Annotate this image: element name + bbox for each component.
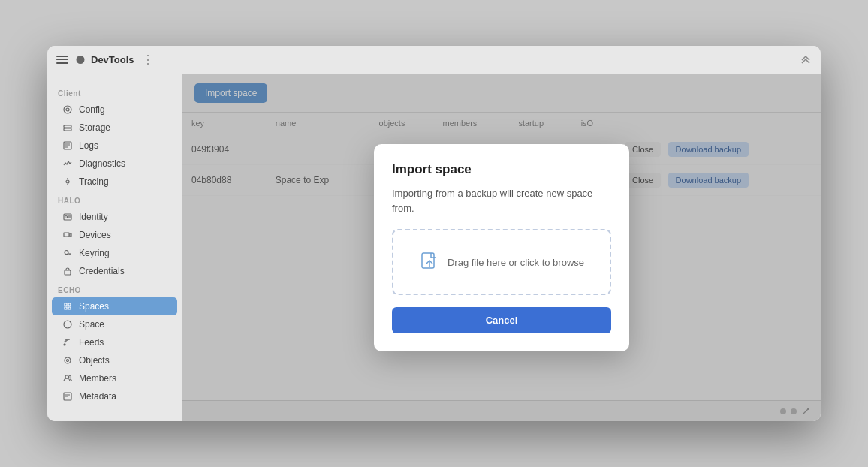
svg-point-26 (69, 376, 71, 378)
svg-rect-16 (70, 234, 71, 237)
svg-point-8 (66, 180, 69, 183)
app-name: DevTools (91, 54, 134, 65)
dropzone-text: Drag file here or click to browse (448, 257, 584, 268)
sidebar-section-halo: HALO Identity Devices (47, 191, 182, 280)
diagnostics-icon (62, 158, 73, 169)
modal-overlay: Import space Importing from a backup wil… (182, 74, 821, 421)
sidebar-item-label: Objects (79, 355, 110, 366)
sidebar-item-objects[interactable]: Objects (52, 351, 177, 369)
spaces-icon (62, 301, 73, 312)
credentials-icon (62, 266, 73, 276)
feeds-icon (62, 337, 73, 348)
gear-icon (74, 54, 86, 66)
svg-rect-30 (422, 253, 434, 268)
sidebar-item-logs[interactable]: Logs (52, 137, 177, 155)
storage-icon (62, 122, 73, 133)
sidebar-item-devices[interactable]: Devices (52, 226, 177, 244)
sidebar: Client Config Storage (47, 74, 182, 421)
more-icon[interactable]: ⋮ (142, 53, 154, 67)
svg-rect-2 (64, 125, 71, 128)
svg-point-24 (67, 360, 69, 362)
members-icon (62, 373, 73, 384)
metadata-icon (62, 391, 73, 402)
sidebar-item-label: Members (79, 373, 116, 384)
sidebar-item-tracing[interactable]: Tracing (52, 173, 177, 191)
svg-rect-15 (64, 233, 69, 237)
keyring-icon (62, 248, 73, 258)
tracing-icon (62, 176, 73, 187)
sidebar-item-members[interactable]: Members (52, 369, 177, 387)
identity-icon (62, 212, 73, 222)
sidebar-item-label: Diagnostics (79, 158, 125, 169)
sidebar-item-label: Metadata (79, 391, 116, 402)
sidebar-item-label: Space (79, 319, 104, 330)
svg-point-21 (64, 321, 71, 328)
sidebar-item-diagnostics[interactable]: Diagnostics (52, 155, 177, 173)
echo-section-label: ECHO (47, 280, 182, 297)
sidebar-item-metadata[interactable]: Metadata (52, 387, 177, 405)
import-space-modal: Import space Importing from a backup wil… (374, 144, 629, 351)
client-section-label: Client (47, 83, 182, 101)
sidebar-item-label: Feeds (79, 337, 104, 348)
sidebar-item-config[interactable]: Config (52, 101, 177, 119)
modal-title: Import space (392, 162, 611, 177)
sidebar-section-client: Client Config Storage (47, 83, 182, 191)
sidebar-item-keyring[interactable]: Keyring (52, 244, 177, 262)
halo-section-label: HALO (47, 191, 182, 208)
sidebar-item-spaces[interactable]: Spaces (52, 297, 177, 315)
sidebar-item-label: Spaces (79, 301, 109, 312)
config-icon (62, 104, 73, 115)
objects-icon (62, 355, 73, 366)
devices-icon (62, 230, 73, 240)
file-drop-zone[interactable]: Drag file here or click to browse (392, 229, 611, 295)
file-upload-icon (419, 252, 440, 273)
cancel-button[interactable]: Cancel (392, 307, 611, 333)
app-window: DevTools ⋮ Client Config (47, 46, 821, 421)
sidebar-item-label: Keyring (79, 248, 110, 258)
sidebar-item-label: Identity (79, 212, 108, 222)
svg-point-12 (65, 216, 68, 218)
collapse-icon[interactable] (800, 53, 812, 67)
sidebar-item-label: Credentials (79, 266, 125, 276)
sidebar-item-identity[interactable]: Identity (52, 208, 177, 226)
svg-point-23 (65, 357, 71, 363)
svg-point-17 (65, 251, 68, 255)
sidebar-item-label: Tracing (79, 176, 109, 187)
main-layout: Client Config Storage (47, 74, 821, 421)
app-logo: DevTools (74, 54, 134, 66)
svg-point-22 (64, 344, 65, 345)
svg-rect-3 (64, 128, 71, 131)
menu-icon[interactable] (56, 54, 68, 66)
sidebar-item-label: Storage (79, 122, 110, 133)
sidebar-item-storage[interactable]: Storage (52, 119, 177, 137)
svg-rect-20 (65, 270, 71, 275)
sidebar-item-label: Config (79, 104, 105, 115)
sidebar-item-credentials[interactable]: Credentials (52, 262, 177, 280)
svg-point-0 (66, 108, 69, 111)
titlebar: DevTools ⋮ (47, 46, 821, 74)
sidebar-item-feeds[interactable]: Feeds (52, 333, 177, 351)
space-icon (62, 319, 73, 330)
sidebar-section-echo: ECHO Spaces Space (47, 280, 182, 405)
content-area: Import space key name objects members st… (182, 74, 821, 421)
sidebar-item-label: Logs (79, 140, 98, 151)
modal-description: Importing from a backup will create new … (392, 186, 611, 215)
sidebar-item-space[interactable]: Space (52, 315, 177, 333)
svg-point-1 (64, 106, 71, 113)
logs-icon (62, 140, 73, 151)
sidebar-item-label: Devices (79, 230, 111, 240)
svg-point-25 (65, 375, 68, 378)
